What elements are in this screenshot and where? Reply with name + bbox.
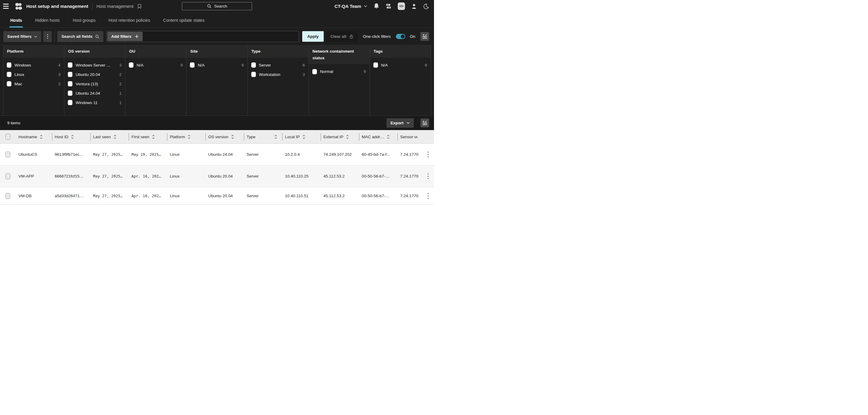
notifications-bell-icon[interactable]: [374, 3, 379, 9]
team-selector[interactable]: CT-QA Team: [335, 4, 367, 9]
column-header-mac-address[interactable]: MAC addr…: [359, 130, 397, 143]
column-header-external-ip[interactable]: External IP: [321, 130, 359, 143]
filter-option[interactable]: Ventura (13) 2: [64, 79, 125, 89]
export-button[interactable]: Export: [386, 118, 414, 128]
filter-option[interactable]: Normal 9: [309, 67, 370, 76]
api-code-icon[interactable]: </>: [398, 2, 405, 10]
messages-icon[interactable]: [385, 3, 392, 9]
saved-filters-label: Saved filters: [7, 34, 31, 39]
select-all-checkbox[interactable]: [5, 134, 10, 140]
tab-hosts[interactable]: Hosts: [10, 18, 22, 28]
filter-option-checkbox[interactable]: [68, 63, 72, 67]
filter-option-checkbox[interactable]: [7, 72, 11, 77]
filter-option-checkbox[interactable]: [312, 69, 317, 74]
filter-option-checkbox[interactable]: [68, 81, 72, 86]
filter-option[interactable]: Windows Server … 3: [64, 60, 125, 70]
filter-option-checkbox[interactable]: [7, 81, 11, 86]
filter-option[interactable]: Windows 11 1: [64, 98, 125, 108]
global-search-input[interactable]: Search: [182, 2, 252, 10]
filter-option-checkbox[interactable]: [129, 63, 133, 67]
cell-os-version: Ubuntu 20.04: [206, 174, 244, 178]
filter-option-checkbox[interactable]: [68, 72, 72, 77]
filter-option-checkbox[interactable]: [251, 63, 256, 67]
filter-option-checkbox[interactable]: [251, 72, 256, 77]
user-profile-icon[interactable]: [411, 4, 417, 9]
column-header-first-seen[interactable]: First seen: [129, 130, 167, 143]
dark-mode-moon-icon[interactable]: [423, 3, 429, 9]
column-header-type[interactable]: Type: [244, 130, 282, 143]
sort-icon: [346, 135, 349, 139]
search-all-fields-button[interactable]: Search all fields: [57, 31, 103, 42]
apply-button[interactable]: Apply: [302, 31, 324, 42]
column-header-os-version[interactable]: OS version: [206, 130, 244, 143]
table-header-row: Hostname Host ID Last seen First seen Pl…: [0, 130, 434, 144]
row-checkbox[interactable]: [5, 193, 10, 199]
cell-first-seen: May 19, 2025…: [129, 152, 167, 157]
panel-title: Tags: [370, 46, 431, 58]
filter-option-checkbox[interactable]: [374, 63, 378, 67]
table-row[interactable]: VM-APP 6668721fcf15… May 27, 2025… Apr. …: [0, 166, 434, 187]
filter-option-checkbox[interactable]: [68, 91, 72, 96]
chevron-down-icon: [34, 36, 37, 37]
filter-option-checkbox[interactable]: [190, 63, 194, 67]
filter-panel-settings-button[interactable]: [421, 32, 429, 41]
filter-panel-site: Site N/A 9: [186, 46, 248, 116]
hamburger-menu-icon[interactable]: [2, 2, 9, 10]
column-header-host-id[interactable]: Host ID: [52, 130, 90, 143]
cell-last-seen: May 27, 2025…: [90, 152, 129, 157]
column-header-last-seen[interactable]: Last seen: [90, 130, 129, 143]
filter-option[interactable]: N/A 9: [186, 60, 247, 70]
filter-option-checkbox[interactable]: [7, 63, 11, 67]
cell-os-version: Ubuntu 24.04: [206, 152, 244, 157]
filter-option[interactable]: Ubuntu 20.04 2: [64, 70, 125, 79]
column-header-platform[interactable]: Platform: [167, 130, 206, 143]
column-header-sensor-version[interactable]: Sensor version: [397, 130, 434, 143]
tab-hidden-hosts[interactable]: Hidden hosts: [35, 18, 60, 28]
filter-panel-network-containment-status: Network containment status Normal 9: [309, 46, 370, 116]
table-row[interactable]: VM-DB a5d33d26471… May 27, 2025… Apr. 16…: [0, 187, 434, 205]
column-header-hostname[interactable]: Hostname: [16, 130, 52, 143]
cell-type: Server: [244, 194, 282, 198]
tab-host-retention-policies[interactable]: Host retention policies: [108, 18, 150, 28]
row-actions-menu[interactable]: [427, 192, 430, 200]
panel-title: OU: [125, 46, 186, 58]
clear-all-button[interactable]: Clear all: [326, 31, 358, 42]
search-icon: [95, 34, 99, 39]
filter-option[interactable]: Server 6: [248, 60, 309, 70]
filter-option-checkbox[interactable]: [68, 100, 72, 105]
row-actions-menu[interactable]: [427, 150, 430, 159]
saved-filters-button[interactable]: Saved filters: [3, 31, 41, 42]
cell-local-ip: 10.40.110.25: [282, 174, 321, 178]
filter-option[interactable]: N/A 9: [125, 60, 186, 70]
bookmark-icon[interactable]: [137, 4, 142, 9]
filter-options-kebab-button[interactable]: [43, 31, 52, 42]
filter-expression-input[interactable]: Add filters: [106, 31, 299, 42]
row-actions-menu[interactable]: [427, 172, 430, 181]
hosts-table: Hostname Host ID Last seen First seen Pl…: [0, 130, 434, 205]
row-checkbox[interactable]: [5, 173, 10, 179]
cell-external-ip: 45.112.53.2: [321, 194, 359, 198]
tab-host-groups[interactable]: Host groups: [73, 18, 95, 28]
filter-panel-ou: OU N/A 9: [125, 46, 186, 116]
app-logo-icon[interactable]: [15, 2, 23, 10]
column-settings-button[interactable]: [421, 119, 429, 127]
results-toolbar: 9 items Export: [0, 116, 434, 130]
cell-external-ip: 74.249.107.202: [321, 152, 359, 157]
filter-option[interactable]: Linux 3: [3, 70, 64, 79]
filter-option[interactable]: Mac 2: [3, 79, 64, 89]
filter-option[interactable]: Workstation 3: [248, 70, 309, 79]
top-bar-actions: CT-QA Team </>: [335, 2, 429, 10]
add-filters-label: Add filters: [111, 34, 131, 39]
sort-icon: [231, 135, 234, 139]
row-checkbox[interactable]: [5, 152, 10, 157]
panel-title: Network containment status: [309, 46, 370, 64]
filter-option[interactable]: N/A 9: [370, 60, 431, 70]
filter-option[interactable]: Ubuntu 24.04 1: [64, 89, 125, 98]
toggle-state-label: On: [410, 34, 415, 39]
one-click-filters-toggle[interactable]: [396, 34, 405, 39]
table-row[interactable]: UbuntuCS 9613f9fb71ec… May 27, 2025… May…: [0, 144, 434, 166]
column-header-local-ip[interactable]: Local IP: [282, 130, 321, 143]
tab-content-update-states[interactable]: Content update states: [163, 18, 205, 28]
add-filters-button[interactable]: Add filters: [107, 32, 143, 41]
filter-option[interactable]: Windows 4: [3, 60, 64, 70]
